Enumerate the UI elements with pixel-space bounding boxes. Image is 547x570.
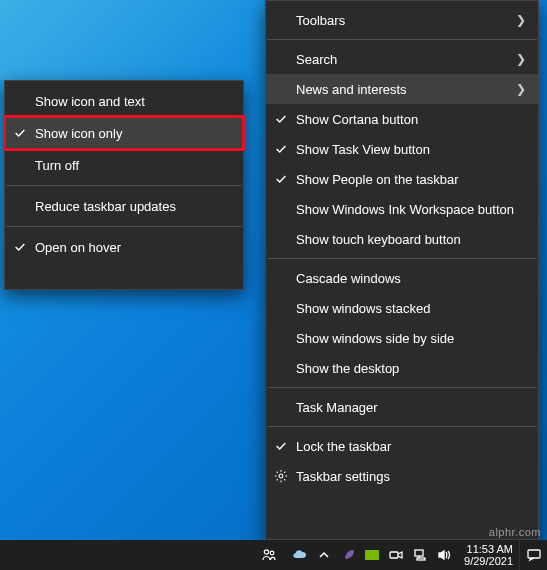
submenu-item-show-icon-only[interactable]: Show icon only [5, 117, 243, 149]
check-icon [5, 240, 35, 254]
menu-label: Show windows stacked [296, 301, 526, 316]
menu-item-show-desktop[interactable]: Show the desktop [266, 353, 538, 383]
svg-rect-5 [415, 550, 423, 556]
menu-label: Show windows side by side [296, 331, 526, 346]
menu-item-lock-taskbar[interactable]: Lock the taskbar [266, 431, 538, 461]
menu-item-show-task-view[interactable]: Show Task View button [266, 134, 538, 164]
svg-point-1 [264, 550, 268, 554]
menu-separator [6, 185, 242, 186]
submenu-item-turn-off[interactable]: Turn off [5, 149, 243, 181]
svg-rect-7 [528, 550, 540, 558]
svg-rect-4 [390, 552, 398, 558]
menu-item-show-people[interactable]: Show People on the taskbar [266, 164, 538, 194]
action-center-button[interactable] [519, 540, 547, 570]
svg-rect-6 [417, 558, 425, 560]
check-icon [266, 439, 296, 453]
menu-label: Task Manager [296, 400, 526, 415]
menu-separator [6, 226, 242, 227]
submenu-item-show-icon-and-text[interactable]: Show icon and text [5, 85, 243, 117]
menu-label: Show Cortana button [296, 112, 526, 127]
taskbar-clock[interactable]: 11:53 AM 9/29/2021 [458, 543, 519, 567]
svg-point-2 [270, 551, 274, 555]
menu-item-toolbars[interactable]: Toolbars ❯ [266, 5, 538, 35]
menu-label: Lock the taskbar [296, 439, 526, 454]
menu-separator [267, 387, 537, 388]
menu-item-show-touch-keyboard[interactable]: Show touch keyboard button [266, 224, 538, 254]
submenu-label: Reduce taskbar updates [35, 199, 231, 214]
submenu-label: Show icon and text [35, 94, 231, 109]
menu-item-side-by-side[interactable]: Show windows side by side [266, 323, 538, 353]
menu-label: Toolbars [296, 13, 510, 28]
taskbar[interactable]: 11:53 AM 9/29/2021 [0, 540, 547, 570]
gear-icon [266, 469, 296, 483]
menu-separator [267, 39, 537, 40]
chevron-right-icon: ❯ [510, 52, 526, 66]
menu-label: Taskbar settings [296, 469, 526, 484]
svg-point-0 [279, 474, 283, 478]
submenu-item-open-on-hover[interactable]: Open on hover [5, 231, 243, 263]
news-interests-submenu: Show icon and text Show icon only Turn o… [4, 80, 244, 290]
system-tray[interactable] [286, 547, 458, 563]
check-icon [266, 172, 296, 186]
menu-label: Show People on the taskbar [296, 172, 526, 187]
menu-separator [267, 426, 537, 427]
clock-time: 11:53 AM [464, 543, 513, 555]
chevron-right-icon: ❯ [510, 82, 526, 96]
check-icon [266, 142, 296, 156]
menu-label: Show Windows Ink Workspace button [296, 202, 526, 217]
submenu-label: Turn off [35, 158, 231, 173]
submenu-label: Show icon only [35, 126, 231, 141]
menu-label: Show Task View button [296, 142, 526, 157]
submenu-label: Open on hover [35, 240, 231, 255]
submenu-item-reduce-updates[interactable]: Reduce taskbar updates [5, 190, 243, 222]
people-button[interactable] [252, 540, 286, 570]
menu-label: Show the desktop [296, 361, 526, 376]
tray-chevron-up-icon[interactable] [316, 547, 332, 563]
chevron-right-icon: ❯ [510, 13, 526, 27]
menu-item-show-ink[interactable]: Show Windows Ink Workspace button [266, 194, 538, 224]
menu-label: Show touch keyboard button [296, 232, 526, 247]
meet-now-icon[interactable] [388, 547, 404, 563]
menu-separator [267, 258, 537, 259]
menu-item-task-manager[interactable]: Task Manager [266, 392, 538, 422]
network-icon[interactable] [412, 547, 428, 563]
feather-icon[interactable] [340, 547, 356, 563]
menu-label: News and interests [296, 82, 510, 97]
taskbar-context-menu: Toolbars ❯ Search ❯ News and interests ❯… [265, 0, 539, 540]
volume-icon[interactable] [436, 547, 452, 563]
desktop-light-shape [0, 0, 264, 80]
menu-label: Search [296, 52, 510, 67]
check-icon [266, 112, 296, 126]
onedrive-icon[interactable] [292, 547, 308, 563]
watermark-text: alphr.com [489, 526, 541, 538]
menu-item-cascade[interactable]: Cascade windows [266, 263, 538, 293]
svg-rect-3 [365, 550, 379, 560]
menu-item-stacked[interactable]: Show windows stacked [266, 293, 538, 323]
check-icon [5, 126, 35, 140]
clock-date: 9/29/2021 [464, 555, 513, 567]
menu-item-show-cortana[interactable]: Show Cortana button [266, 104, 538, 134]
menu-item-news-and-interests[interactable]: News and interests ❯ [266, 74, 538, 104]
menu-item-search[interactable]: Search ❯ [266, 44, 538, 74]
nvidia-icon[interactable] [364, 547, 380, 563]
menu-item-taskbar-settings[interactable]: Taskbar settings [266, 461, 538, 491]
menu-label: Cascade windows [296, 271, 526, 286]
